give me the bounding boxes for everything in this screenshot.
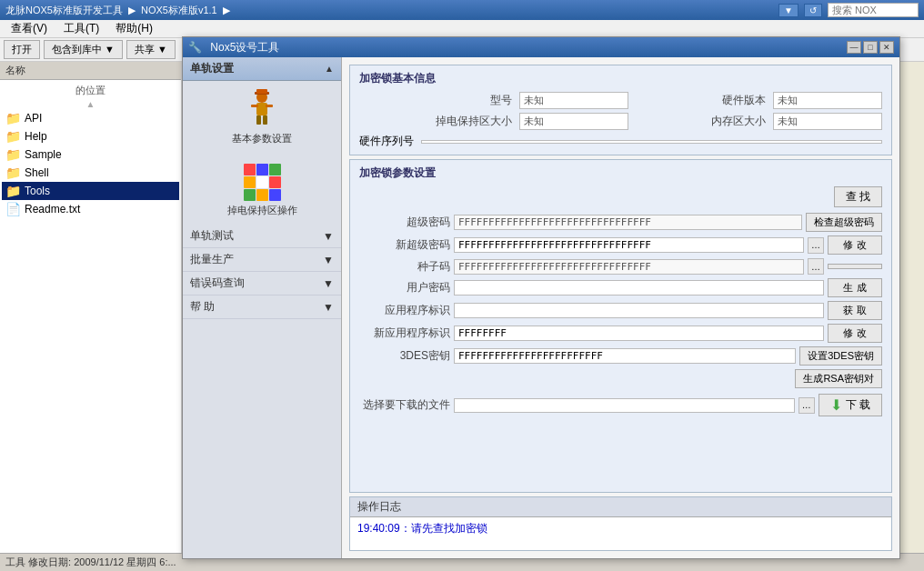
seed-btn <box>828 264 882 269</box>
log-section: 操作日志 19:40:09：请先查找加密锁 <box>349 496 892 551</box>
nox-controls: — □ ✕ <box>847 41 894 54</box>
field-value-sn <box>421 140 882 144</box>
set-3des-btn[interactable]: 设置3DES密钥 <box>799 346 882 366</box>
menu-bar: 查看(V) 工具(T) 帮助(H) <box>0 20 924 38</box>
ide-sep2: ▶ <box>223 5 230 16</box>
field-label-memsize: 内存区大小 <box>636 114 767 129</box>
file-icon: 📄 <box>5 202 21 216</box>
extra-btn-2[interactable]: … <box>808 258 824 275</box>
folder-icon: 📁 <box>5 147 21 162</box>
folder-icon: 📁 <box>5 165 21 180</box>
submenu-arrow-icon: ▼ <box>323 301 334 314</box>
nox-restore-btn[interactable]: □ <box>863 41 878 54</box>
svg-rect-13 <box>269 176 281 188</box>
toolbar-share[interactable]: 共享 ▼ <box>126 40 176 59</box>
param-row-super-pwd: 超级密码 检查超级密码 <box>359 213 882 232</box>
param-input-new-app-id[interactable] <box>454 326 824 341</box>
folder-icon: 📁 <box>5 184 21 198</box>
get-app-id-btn[interactable]: 获 取 <box>828 301 882 320</box>
svg-rect-12 <box>256 176 268 188</box>
param-row-seed: 种子码 … <box>359 258 882 275</box>
nox-close-btn[interactable]: ✕ <box>879 41 894 54</box>
field-value-hwver: 未知 <box>773 92 882 109</box>
field-label-hwver: 硬件版本 <box>636 93 767 108</box>
param-label-new-app-id: 新应用程序标识 <box>359 326 450 341</box>
tree-item-tools[interactable]: 📁 Tools <box>2 182 179 200</box>
param-label-3des: 3DES密钥 <box>359 348 450 364</box>
search-button[interactable]: 查 找 <box>834 186 882 207</box>
svg-rect-3 <box>266 105 273 107</box>
param-row-user-pwd: 用户密码 生 成 <box>359 278 882 297</box>
nox-basic-params-btn[interactable]: 基本参数设置 <box>183 81 341 153</box>
param-row-app-id: 应用程序标识 获 取 <box>359 301 882 320</box>
nox-title: 🔧 Nox5设号工具 <box>188 40 847 55</box>
submenu-arrow-icon: ▼ <box>323 277 334 290</box>
field-value-type: 未知 <box>519 92 628 109</box>
nox-section-header[interactable]: 单轨设置 ▲ <box>183 57 341 81</box>
ide-refresh-btn[interactable]: ↺ <box>804 4 822 17</box>
nox-minimize-btn[interactable]: — <box>847 41 861 54</box>
tree-item-shell[interactable]: 📁 Shell <box>2 164 179 182</box>
param-input-app-id[interactable] <box>454 303 824 318</box>
modify-new-super-pwd-btn[interactable]: 修 改 <box>828 235 882 255</box>
toolbar-pack[interactable]: 包含到库中 ▼ <box>44 40 123 59</box>
ide-toolbar-btn[interactable]: ▼ <box>778 4 798 17</box>
ide-section: NOX5标准版v1.1 <box>141 4 217 17</box>
nox-submenu-test[interactable]: 单轨测试 ▼ <box>183 225 341 248</box>
field-label-type: 型号 <box>359 93 512 108</box>
param-input-seed[interactable] <box>454 259 804 275</box>
search-row: 查 找 <box>359 186 882 207</box>
nox-right-panel: 加密锁基本信息 型号 未知 硬件版本 未知 掉电保持区大小 未知 内存区大小 未… <box>342 57 899 558</box>
rsa-row: 生成RSA密钥对 <box>359 369 882 388</box>
download-button[interactable]: ⬇ 下 载 <box>819 394 882 416</box>
nox-titlebar: 🔧 Nox5设号工具 — □ ✕ <box>183 37 899 57</box>
gen-user-pwd-btn[interactable]: 生 成 <box>828 278 882 297</box>
nox-nvram-btn[interactable]: 掉电保持区操作 <box>183 153 341 225</box>
svg-rect-6 <box>256 115 261 125</box>
param-input-user-pwd[interactable] <box>454 280 824 296</box>
tree-item-api[interactable]: 📁 API <box>2 109 179 127</box>
folder-icon: 📁 <box>5 111 21 125</box>
svg-rect-1 <box>256 103 267 115</box>
param-input-super-pwd[interactable] <box>454 215 802 230</box>
field-label-sn: 硬件序列号 <box>359 134 414 149</box>
ide-search-input[interactable] <box>828 3 919 17</box>
params-section-title: 加密锁参数设置 <box>359 165 882 181</box>
download-icon: ⬇ <box>830 396 842 414</box>
file-browse-btn[interactable]: … <box>798 397 815 414</box>
param-row-new-app-id: 新应用程序标识 修 改 <box>359 324 882 343</box>
rubik2-icon <box>240 160 284 204</box>
tree-item-help[interactable]: 📁 Help <box>2 127 179 145</box>
menu-help[interactable]: 帮助(H) <box>108 19 160 38</box>
param-row-new-super-pwd: 新超级密码 … 修 改 <box>359 235 882 255</box>
nox-submenu-batch[interactable]: 批量生产 ▼ <box>183 248 341 272</box>
toolbar-open[interactable]: 打开 <box>4 40 40 59</box>
tree-item-sample[interactable]: 📁 Sample <box>2 145 179 164</box>
file-tree: 名称 的位置 ▲ 📁 API 📁 Help 📁 Sample 📁 Shell <box>0 62 182 553</box>
gen-rsa-btn[interactable]: 生成RSA密钥对 <box>795 369 882 388</box>
svg-rect-8 <box>244 164 256 175</box>
menu-tools[interactable]: 工具(T) <box>56 19 106 38</box>
status-text: 工具 修改日期: 2009/11/12 星期四 6:... <box>5 556 176 569</box>
ide-sep1: ▶ <box>128 5 136 16</box>
nox-submenu-error[interactable]: 错误码查询 ▼ <box>183 272 341 296</box>
file-tree-header: 名称 <box>0 62 181 80</box>
nox-submenu-help[interactable]: 帮 助 ▼ <box>183 296 341 319</box>
check-super-pwd-btn[interactable]: 检查超级密码 <box>806 213 882 232</box>
param-label-super-pwd: 超级密码 <box>359 215 450 230</box>
extra-btn-1[interactable]: … <box>808 237 824 254</box>
svg-rect-5 <box>256 89 267 94</box>
menu-view[interactable]: 查看(V) <box>4 19 55 38</box>
tree-item-readme[interactable]: 📄 Readme.txt <box>2 200 179 218</box>
svg-rect-7 <box>263 115 267 125</box>
nox-window: 🔧 Nox5设号工具 — □ ✕ 单轨设置 ▲ <box>182 36 900 559</box>
submenu-arrow-icon: ▼ <box>323 254 334 266</box>
param-label-seed: 种子码 <box>359 259 450 275</box>
nox-left-panel: 单轨设置 ▲ 基本参数设置 <box>183 57 342 558</box>
svg-rect-10 <box>269 164 281 175</box>
param-input-3des[interactable] <box>454 348 796 364</box>
file-input[interactable] <box>454 398 795 413</box>
modify-new-app-id-btn[interactable]: 修 改 <box>828 324 882 343</box>
field-label-nvsize: 掉电保持区大小 <box>359 114 512 129</box>
param-input-new-super-pwd[interactable] <box>454 237 804 253</box>
